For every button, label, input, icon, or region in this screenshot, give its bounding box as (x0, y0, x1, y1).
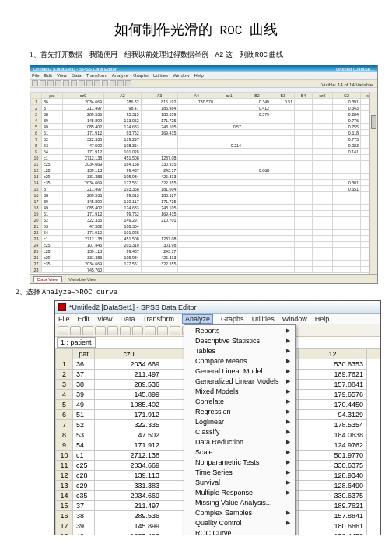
submenu-arrow-icon: ▶ (286, 368, 290, 374)
menu-item-data-reduction[interactable]: Data Reduction▶ (184, 437, 295, 447)
menu-file[interactable]: File (32, 73, 40, 79)
submenu-arrow-icon: ▶ (286, 429, 290, 435)
menu-file[interactable]: File (58, 315, 70, 323)
menu-item-mixed-models[interactable]: Mixed Models▶ (184, 386, 295, 396)
analyze-menu-dropdown[interactable]: Reports▶Descriptive Statistics▶Tables▶Co… (184, 324, 296, 535)
menu-item-classify[interactable]: Classify▶ (184, 426, 295, 437)
menu-view[interactable]: View (57, 73, 67, 79)
menu-item-missing-value-analysis-[interactable]: Missing Value Analysis... (184, 497, 295, 507)
menu-edit[interactable]: Edit (44, 73, 52, 79)
tab-variable-view[interactable]: Variable View (65, 277, 100, 282)
submenu-arrow-icon: ▶ (286, 338, 290, 344)
menu-item-compare-means[interactable]: Compare Means▶ (184, 356, 295, 366)
submenu-arrow-icon: ▶ (286, 459, 290, 465)
app-icon (58, 303, 66, 311)
submenu-arrow-icon: ▶ (286, 398, 290, 405)
menu-item-correlate[interactable]: Correlate▶ (184, 396, 295, 406)
menubar[interactable]: FileEditViewDataTransformAnalyzeGraphsUt… (30, 73, 377, 80)
menu-item-nonparametric-tests[interactable]: Nonparametric Tests▶ (184, 457, 295, 467)
submenu-arrow-icon: ▶ (286, 388, 290, 394)
page-title: 如何制作光滑的 ROC 曲线 (16, 20, 376, 39)
data-grid[interactable]: patcz0A2A3A4cz1B2B3B4cz2C2c31362034.6692… (30, 92, 377, 274)
submenu-arrow-icon: ▶ (286, 520, 290, 526)
menu-item-descriptive-statistics[interactable]: Descriptive Statistics▶ (184, 335, 295, 345)
menu-item-tables[interactable]: Tables▶ (184, 345, 295, 356)
screenshot-2-spss-menu: *Untitled2 [DataSet1] - SPSS Data Editor… (54, 300, 381, 535)
menu-item-regression[interactable]: Regression▶ (184, 406, 295, 416)
step-1-text: 1、首先打开数据，我随便用一组我以前处理过得数据举例，A2 这一列做 ROC 曲… (30, 50, 376, 60)
submenu-arrow-icon: ▶ (286, 449, 290, 455)
menu-item-reports[interactable]: Reports▶ (184, 325, 295, 335)
menu-item-survival[interactable]: Survival▶ (184, 477, 295, 487)
menubar[interactable]: FileEditViewDataTransformAnalyzeGraphsUt… (55, 314, 380, 324)
menu-analyze[interactable]: Analyze (182, 314, 213, 324)
menu-item-time-series[interactable]: Time Series▶ (184, 467, 295, 477)
vertical-scrollbar[interactable] (369, 92, 377, 274)
view-tabs[interactable]: Data View Variable View (30, 274, 377, 283)
menu-transform[interactable]: Transform (86, 73, 107, 79)
screenshot-1-spss-grid: Untitled2 [DataSet1] - SPSS Data Editor … (30, 65, 378, 284)
submenu-arrow-icon: ▶ (286, 469, 290, 475)
menu-item-quality-control[interactable]: Quality Control▶ (184, 517, 295, 528)
menu-utilities[interactable]: Utilities (252, 315, 275, 323)
menu-data[interactable]: Data (72, 73, 82, 79)
submenu-arrow-icon: ▶ (286, 489, 290, 496)
submenu-arrow-icon: ▶ (286, 479, 290, 486)
submenu-arrow-icon: ▶ (286, 419, 290, 425)
menu-view[interactable]: View (97, 315, 112, 323)
menu-help[interactable]: Help (315, 315, 330, 323)
submenu-arrow-icon: ▶ (286, 348, 290, 354)
step-2-text: 2、选择 Analyze—>ROC curve (16, 287, 376, 297)
menu-graphs[interactable]: Graphs (221, 315, 244, 323)
menu-window[interactable]: Window (173, 73, 189, 79)
submenu-arrow-icon: ▶ (286, 378, 290, 384)
menu-item-loglinear[interactable]: Loglinear▶ (184, 416, 295, 426)
menu-analyze[interactable]: Analyze (112, 73, 128, 79)
visible-vars-label: Visible: 14 of 14 Variable (321, 82, 373, 87)
menu-data[interactable]: Data (120, 315, 135, 323)
menu-item-generalized-linear-models[interactable]: Generalized Linear Models▶ (184, 376, 295, 386)
menu-graphs[interactable]: Graphs (133, 73, 149, 79)
menu-edit[interactable]: Edit (78, 315, 90, 323)
submenu-arrow-icon: ▶ (286, 408, 290, 415)
menu-window[interactable]: Window (282, 315, 307, 323)
submenu-arrow-icon: ▶ (286, 510, 290, 516)
menu-item-multiple-response[interactable]: Multiple Response▶ (184, 487, 295, 497)
menu-utilities[interactable]: Utilities (153, 73, 168, 79)
menu-help[interactable]: Help (194, 73, 203, 79)
submenu-arrow-icon: ▶ (286, 358, 290, 364)
submenu-arrow-icon: ▶ (286, 439, 290, 445)
menu-item-general-linear-model[interactable]: General Linear Model▶ (184, 366, 295, 376)
menu-transform[interactable]: Transform (142, 315, 174, 323)
menu-item-roc-curve-[interactable]: ROC Curve... (184, 528, 295, 535)
menu-item-scale[interactable]: Scale▶ (184, 447, 295, 457)
window-titlebar: *Untitled2 [DataSet1] - SPSS Data Editor (55, 301, 380, 314)
menu-item-complex-samples[interactable]: Complex Samples▶ (184, 507, 295, 517)
window-titlebar: Untitled2 [DataSet1] - SPSS Data Editor … (30, 65, 377, 73)
submenu-arrow-icon: ▶ (286, 328, 290, 334)
tab-data-view[interactable]: Data View (33, 276, 62, 282)
